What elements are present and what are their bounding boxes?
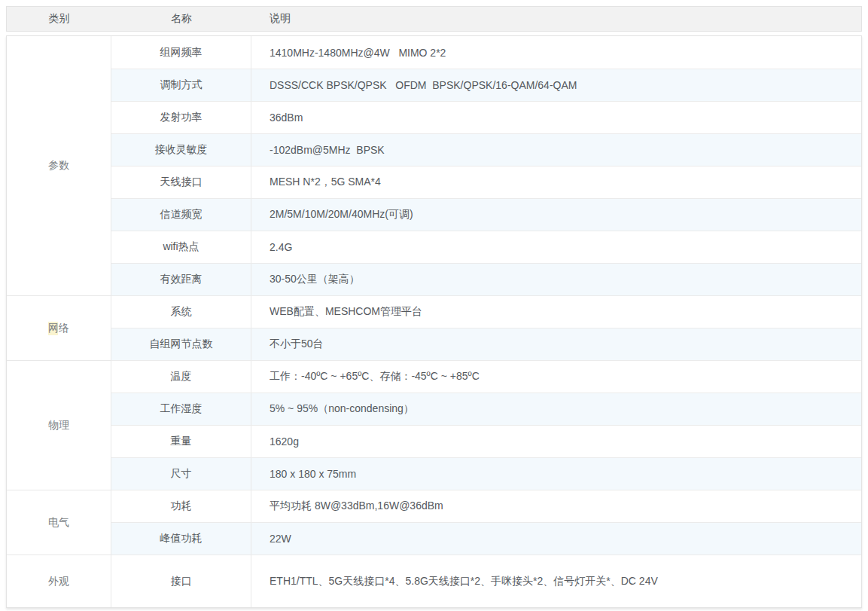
- spec-table: 类别 名称 说明 参数 网络 物理 电气 外观 组网频率 1410MHz-148…: [6, 6, 862, 608]
- header-cell-category: 类别: [7, 7, 111, 31]
- table-row: 组网频率 1410MHz-1480MHz@4W MIMO 2*2: [111, 36, 861, 69]
- desc-cell: 2M/5M/10M/20M/40MHz(可调): [251, 199, 861, 231]
- name-cell: 发射功率: [111, 102, 251, 133]
- table-row: 工作湿度 5% ~ 95%（non-condensing）: [111, 393, 861, 425]
- table-row: 发射功率 36dBm: [111, 101, 861, 133]
- desc-cell: 22W: [251, 523, 861, 554]
- desc-cell: DSSS/CCK BPSK/QPSK OFDM BPSK/QPSK/16-QAM…: [251, 69, 861, 101]
- name-cell: 系统: [111, 296, 251, 328]
- table-row: 温度 工作：-40ºC ~ +65ºC、存储：-45ºC ~ +85ºC: [111, 360, 861, 393]
- name-cell: wifi热点: [111, 231, 251, 263]
- name-cell: 信道频宽: [111, 199, 251, 231]
- name-cell: 重量: [111, 426, 251, 457]
- name-cell: 有效距离: [111, 264, 251, 295]
- category-cell-electrical: 电气: [7, 490, 111, 554]
- name-cell: 天线接口: [111, 166, 251, 198]
- name-cell: 自组网节点数: [111, 328, 251, 360]
- table-row: 接收灵敏度 -102dBm@5MHz BPSK: [111, 133, 861, 166]
- category-cell-appearance: 外观: [7, 554, 111, 607]
- name-cell: 工作湿度: [111, 393, 251, 425]
- desc-cell: 5% ~ 95%（non-condensing）: [251, 393, 861, 425]
- category-column: 参数 网络 物理 电气 外观: [7, 36, 111, 607]
- rows-column: 组网频率 1410MHz-1480MHz@4W MIMO 2*2 调制方式 DS…: [111, 36, 861, 607]
- table-row: 重量 1620g: [111, 425, 861, 457]
- table-row: 自组网节点数 不小于50台: [111, 328, 861, 360]
- table-row: 功耗 平均功耗 8W@33dBm,16W@36dBm: [111, 490, 861, 522]
- name-cell: 调制方式: [111, 69, 251, 101]
- table-row: 有效距离 30-50公里（架高）: [111, 263, 861, 295]
- category-cell-physical: 物理: [7, 360, 111, 490]
- desc-cell: 36dBm: [251, 102, 861, 133]
- table-row: 系统 WEB配置、MESHCOM管理平台: [111, 295, 861, 328]
- name-cell: 接收灵敏度: [111, 134, 251, 166]
- name-cell: 功耗: [111, 490, 251, 522]
- category-cell-params: 参数: [7, 36, 111, 295]
- desc-cell: 2.4G: [251, 231, 861, 263]
- name-cell: 峰值功耗: [111, 523, 251, 554]
- name-cell: 接口: [111, 555, 251, 607]
- desc-cell: 平均功耗 8W@33dBm,16W@36dBm: [251, 490, 861, 522]
- desc-cell: 1620g: [251, 426, 861, 457]
- table-row: wifi热点 2.4G: [111, 231, 861, 263]
- desc-cell: 1410MHz-1480MHz@4W MIMO 2*2: [251, 36, 861, 69]
- desc-cell: WEB配置、MESHCOM管理平台: [251, 296, 861, 328]
- desc-cell: 不小于50台: [251, 328, 861, 360]
- name-cell: 组网频率: [111, 36, 251, 69]
- header-cell-name: 名称: [111, 7, 251, 31]
- name-cell: 温度: [111, 361, 251, 393]
- table-row: 尺寸 180 x 180 x 75mm: [111, 457, 861, 490]
- desc-cell: 30-50公里（架高）: [251, 264, 861, 295]
- table-body: 参数 网络 物理 电气 外观 组网频率 1410MHz-1480MHz@4W M…: [6, 35, 862, 608]
- table-row: 天线接口 MESH N*2，5G SMA*4: [111, 166, 861, 198]
- table-header-row: 类别 名称 说明: [6, 6, 862, 32]
- desc-cell: 180 x 180 x 75mm: [251, 458, 861, 490]
- header-cell-description: 说明: [251, 7, 861, 31]
- desc-cell: MESH N*2，5G SMA*4: [251, 166, 861, 198]
- desc-cell: 工作：-40ºC ~ +65ºC、存储：-45ºC ~ +85ºC: [251, 361, 861, 393]
- desc-cell: ETH1/TTL、5G天线接口*4、5.8G天线接口*2、手咪接头*2、信号灯开…: [251, 555, 861, 607]
- category-cell-network: 网络: [7, 295, 111, 360]
- desc-cell: -102dBm@5MHz BPSK: [251, 134, 861, 166]
- table-row: 信道频宽 2M/5M/10M/20M/40MHz(可调): [111, 198, 861, 231]
- table-row: 接口 ETH1/TTL、5G天线接口*4、5.8G天线接口*2、手咪接头*2、信…: [111, 554, 861, 607]
- table-row: 峰值功耗 22W: [111, 522, 861, 554]
- name-cell: 尺寸: [111, 458, 251, 490]
- table-row: 调制方式 DSSS/CCK BPSK/QPSK OFDM BPSK/QPSK/1…: [111, 69, 861, 101]
